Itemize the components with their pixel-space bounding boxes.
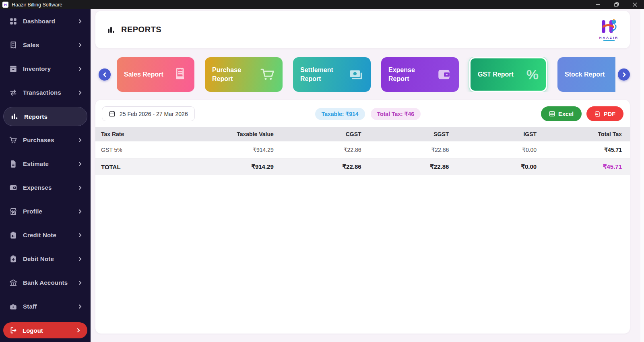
- sidebar-item-estimate[interactable]: Estimate: [0, 152, 91, 176]
- col-sgst: SGST: [367, 127, 455, 141]
- page-title: REPORTS: [121, 25, 161, 34]
- page-header: REPORTS HAAZIR: [95, 11, 630, 48]
- total-taxable-value: ₹914.29: [192, 158, 279, 175]
- card-gst-report[interactable]: GST Report %: [469, 57, 547, 92]
- cell-taxable-value: ₹914.29: [192, 141, 279, 158]
- sidebar-item-dashboard[interactable]: Dashboard: [0, 9, 91, 33]
- sidebar-item-expenses[interactable]: Expenses: [0, 176, 91, 199]
- sidebar-item-debit-note[interactable]: Debit Note: [0, 247, 91, 271]
- grid-icon: [9, 17, 18, 26]
- bar-chart-icon: [107, 25, 116, 34]
- wallet-icon: [436, 67, 452, 82]
- calendar-icon: [109, 110, 116, 117]
- cell-igst: ₹0.00: [454, 141, 542, 158]
- close-button[interactable]: [625, 0, 644, 9]
- sidebar: Dashboard Sales Inventory Transactions: [0, 9, 91, 342]
- total-cgst: ₹22.86: [279, 158, 367, 175]
- receipt-icon: [9, 41, 18, 50]
- card-expense-report[interactable]: Expense Report: [381, 57, 459, 92]
- sidebar-item-staff[interactable]: Staff: [0, 294, 91, 318]
- box-icon: [613, 67, 615, 82]
- logo-wave: [603, 39, 615, 41]
- receipt-icon: [173, 67, 187, 82]
- total-sgst: ₹22.86: [367, 158, 455, 175]
- sidebar-item-reports[interactable]: Reports: [3, 107, 87, 126]
- cell-sgst: ₹22.86: [367, 141, 455, 158]
- app-icon: H: [2, 2, 8, 8]
- pdf-export-button[interactable]: PDF PDF: [586, 106, 623, 121]
- logout-icon: [10, 326, 18, 334]
- chevron-right-icon: [78, 304, 83, 309]
- carousel-prev-button[interactable]: [99, 68, 111, 81]
- summary-badges: Taxable: ₹914 Total Tax: ₹46: [195, 108, 541, 120]
- sidebar-item-inventory[interactable]: Inventory: [0, 57, 91, 81]
- chevron-right-icon: [78, 257, 83, 261]
- sidebar-item-profile[interactable]: Profile: [0, 199, 91, 223]
- logo-wordmark: HAAZIR: [599, 36, 619, 39]
- haazir-logo: HAAZIR: [599, 19, 619, 41]
- note-return-icon: [9, 231, 18, 240]
- title-bar: H Haazir Billing Software: [0, 0, 644, 9]
- col-tax-rate: Tax Rate: [95, 127, 192, 141]
- sidebar-item-sales[interactable]: Sales: [0, 33, 91, 57]
- bank-icon: [9, 278, 18, 287]
- banknote-icon: [348, 67, 363, 82]
- card-settlement-report[interactable]: Settlement Report: [293, 57, 371, 92]
- total-total-tax: ₹45.71: [542, 158, 630, 175]
- sidebar-item-transactions[interactable]: Transactions: [0, 81, 91, 104]
- carousel-next-button[interactable]: [618, 68, 630, 81]
- card-stock-report[interactable]: Stock Report: [557, 57, 615, 92]
- chevron-right-icon: [78, 90, 83, 95]
- col-igst: IGST: [454, 127, 542, 141]
- scrollbar-track[interactable]: [640, 9, 644, 342]
- total-igst: ₹0.00: [454, 158, 542, 175]
- chevron-right-icon: [78, 185, 83, 190]
- minimize-button[interactable]: [588, 0, 607, 9]
- sidebar-item-bank-accounts[interactable]: Bank Accounts: [0, 271, 91, 294]
- wallet-icon: [9, 183, 18, 192]
- date-range-picker[interactable]: 25 Feb 2026 - 27 Mar 2026: [102, 106, 195, 121]
- percent-icon: %: [526, 67, 539, 83]
- chevron-right-icon: [78, 233, 83, 238]
- storefront-icon: [9, 207, 18, 216]
- filter-row: 25 Feb 2026 - 27 Mar 2026 Taxable: ₹914 …: [95, 100, 630, 127]
- report-cards-strip: Sales Report Purchase Report Settlement …: [117, 57, 615, 92]
- chevron-right-icon: [78, 66, 83, 71]
- export-buttons: Excel PDF PDF: [541, 106, 623, 121]
- genie-icon: [609, 19, 618, 32]
- bar-chart-icon: [10, 112, 19, 121]
- card-sales-report[interactable]: Sales Report: [117, 57, 194, 92]
- report-carousel: Sales Report Purchase Report Settlement …: [95, 57, 630, 92]
- chevron-right-icon: [78, 43, 83, 48]
- card-purchase-report[interactable]: Purchase Report: [205, 57, 283, 92]
- excel-grid-icon: [549, 111, 555, 117]
- taxable-badge: Taxable: ₹914: [315, 108, 365, 120]
- sidebar-item-credit-note[interactable]: Credit Note: [0, 223, 91, 247]
- total-tax-badge: Total Tax: ₹46: [371, 108, 421, 120]
- chevron-right-icon: [78, 162, 83, 166]
- app-title: Haazir Billing Software: [12, 2, 62, 8]
- cell-cgst: ₹22.86: [279, 141, 367, 158]
- table-header-row: Tax Rate Taxable Value CGST SGST IGST To…: [95, 127, 630, 141]
- cart-icon: [260, 67, 275, 82]
- cell-tax-rate: GST 5%: [95, 141, 192, 158]
- chevron-right-icon: [78, 280, 83, 285]
- cart-icon: [9, 136, 18, 145]
- table-row[interactable]: GST 5% ₹914.29 ₹22.86 ₹22.86 ₹0.00 ₹45.7…: [95, 141, 630, 158]
- gst-report-panel: 25 Feb 2026 - 27 Mar 2026 Taxable: ₹914 …: [95, 100, 630, 334]
- chevron-right-icon: [78, 138, 83, 143]
- excel-export-button[interactable]: Excel: [541, 106, 582, 121]
- document-icon: [9, 160, 18, 168]
- chevron-right-icon: [78, 209, 83, 214]
- gst-table: Tax Rate Taxable Value CGST SGST IGST To…: [95, 127, 630, 175]
- col-cgst: CGST: [279, 127, 367, 141]
- sidebar-item-purchases[interactable]: Purchases: [0, 128, 91, 152]
- svg-text:PDF: PDF: [596, 114, 598, 115]
- pdf-file-icon: PDF: [594, 111, 601, 117]
- note-down-icon: [9, 255, 18, 263]
- box-icon: [9, 64, 18, 73]
- date-range-value: 25 Feb 2026 - 27 Mar 2026: [120, 111, 188, 117]
- logout-button[interactable]: Logout: [3, 322, 87, 338]
- total-label: TOTAL: [95, 158, 192, 175]
- restore-button[interactable]: [607, 0, 625, 9]
